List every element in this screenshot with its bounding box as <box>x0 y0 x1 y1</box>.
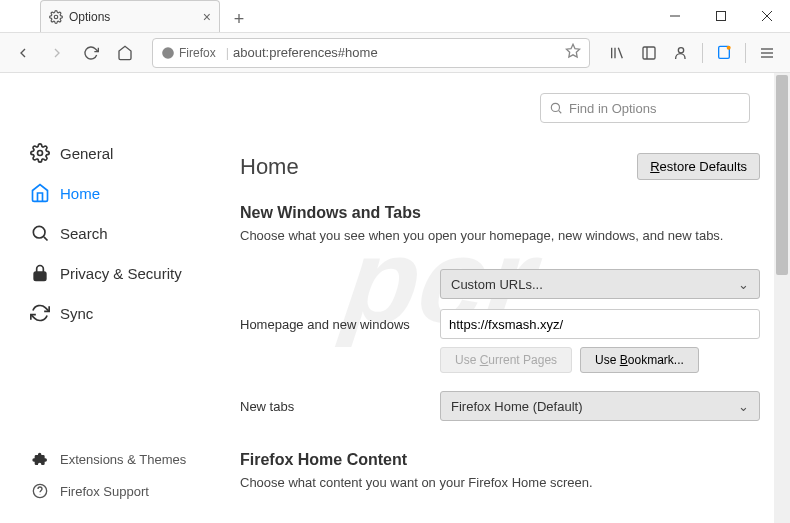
close-window-button[interactable] <box>744 0 790 32</box>
section-new-windows-desc: Choose what you see when you open your h… <box>240 228 760 243</box>
identity-label: Firefox <box>179 46 216 60</box>
separator <box>702 43 703 63</box>
homepage-select[interactable]: Custom URLs... ⌄ <box>440 269 760 299</box>
svg-line-20 <box>44 237 48 241</box>
use-bookmark-button[interactable]: Use Bookmark... <box>580 347 699 373</box>
sidebar-item-label: Home <box>60 185 100 202</box>
url-bar[interactable]: Firefox | about:preferences#home <box>152 38 590 68</box>
scrollbar-thumb[interactable] <box>776 75 788 275</box>
tab-title: Options <box>69 10 110 24</box>
svg-marker-6 <box>566 44 579 57</box>
section-home-content-desc: Choose what content you want on your Fir… <box>240 475 760 490</box>
separator <box>745 43 746 63</box>
lock-icon <box>30 263 50 283</box>
sidebar-footer: Extensions & Themes Firefox Support <box>30 443 186 507</box>
main: Find in Options Home Restore Defaults Ne… <box>220 73 790 523</box>
svg-rect-21 <box>34 272 46 280</box>
svg-line-25 <box>559 111 562 114</box>
svg-point-12 <box>678 47 683 52</box>
sidebar-item-extensions[interactable]: Extensions & Themes <box>30 443 186 475</box>
window-controls <box>652 0 790 32</box>
svg-point-5 <box>162 47 174 59</box>
close-icon[interactable]: × <box>203 9 211 25</box>
question-icon <box>30 481 50 501</box>
sidebar-button[interactable] <box>634 38 664 68</box>
menu-button[interactable] <box>752 38 782 68</box>
search-input[interactable]: Find in Options <box>540 93 750 123</box>
navbar: Firefox | about:preferences#home <box>0 33 790 73</box>
tab-options[interactable]: Options × <box>40 0 220 32</box>
label-homepage: Homepage and new windows <box>240 317 440 332</box>
sidebar-item-label: Search <box>60 225 108 242</box>
search-icon <box>549 101 563 115</box>
select-value: Firefox Home (Default) <box>451 399 582 414</box>
reload-button[interactable] <box>76 38 106 68</box>
section-home-content-heading: Firefox Home Content <box>240 451 760 469</box>
sidebar-item-general[interactable]: General <box>30 133 220 173</box>
sidebar: General Home Search Privacy & Security S… <box>0 73 220 523</box>
home-button[interactable] <box>110 38 140 68</box>
search-placeholder: Find in Options <box>569 101 656 116</box>
restore-label: estore Defaults <box>660 159 747 174</box>
svg-point-0 <box>54 15 58 19</box>
library-button[interactable] <box>602 38 632 68</box>
svg-rect-2 <box>717 12 726 21</box>
tab-strip: Options × + <box>0 0 252 32</box>
svg-point-18 <box>38 151 43 156</box>
use-current-pages-button[interactable]: Use Current Pages <box>440 347 572 373</box>
sidebar-item-sync[interactable]: Sync <box>30 293 220 333</box>
bookmark-star-icon[interactable] <box>565 43 581 62</box>
scrollbar[interactable] <box>774 73 790 523</box>
separator: | <box>226 45 229 60</box>
titlebar: Options × + <box>0 0 790 33</box>
new-tab-button[interactable]: + <box>226 6 252 32</box>
sidebar-item-label: General <box>60 145 113 162</box>
firefox-icon <box>161 46 175 60</box>
puzzle-icon <box>30 449 50 469</box>
sidebar-item-support[interactable]: Firefox Support <box>30 475 186 507</box>
maximize-button[interactable] <box>698 0 744 32</box>
homepage-url-input[interactable] <box>440 309 760 339</box>
content: General Home Search Privacy & Security S… <box>0 73 790 523</box>
sidebar-item-label: Firefox Support <box>60 484 149 499</box>
svg-line-9 <box>618 47 622 58</box>
select-value: Custom URLs... <box>451 277 543 292</box>
forward-button[interactable] <box>42 38 72 68</box>
page-title: Home <box>240 154 299 180</box>
minimize-button[interactable] <box>652 0 698 32</box>
sidebar-item-privacy[interactable]: Privacy & Security <box>30 253 220 293</box>
section-new-windows-heading: New Windows and Tabs <box>240 204 760 222</box>
account-button[interactable] <box>666 38 696 68</box>
search-icon <box>30 223 50 243</box>
gear-icon <box>30 143 50 163</box>
gear-icon <box>49 10 63 24</box>
identity-box[interactable]: Firefox <box>161 46 216 60</box>
sidebar-item-search[interactable]: Search <box>30 213 220 253</box>
sidebar-item-label: Sync <box>60 305 93 322</box>
whats-new-button[interactable] <box>709 38 739 68</box>
sidebar-item-label: Extensions & Themes <box>60 452 186 467</box>
svg-rect-10 <box>643 47 655 59</box>
svg-point-24 <box>551 103 559 111</box>
svg-point-19 <box>33 226 45 238</box>
url-text: about:preferences#home <box>233 45 378 60</box>
restore-defaults-button[interactable]: Restore Defaults <box>637 153 760 180</box>
svg-point-14 <box>727 45 731 49</box>
sidebar-item-label: Privacy & Security <box>60 265 182 282</box>
sync-icon <box>30 303 50 323</box>
home-icon <box>30 183 50 203</box>
chevron-down-icon: ⌄ <box>738 399 749 414</box>
newtabs-select[interactable]: Firefox Home (Default) ⌄ <box>440 391 760 421</box>
label-new-tabs: New tabs <box>240 399 440 414</box>
chevron-down-icon: ⌄ <box>738 277 749 292</box>
back-button[interactable] <box>8 38 38 68</box>
sidebar-item-home[interactable]: Home <box>30 173 220 213</box>
